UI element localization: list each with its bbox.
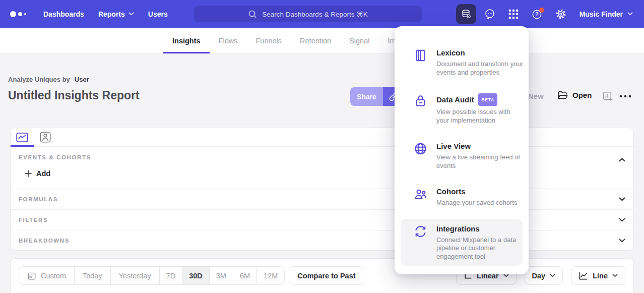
date-range-label: 12M xyxy=(264,272,278,280)
chart-type-dropdown[interactable]: Line xyxy=(571,266,625,285)
section-label-formulas: FORMULAS xyxy=(19,196,58,202)
date-range-today[interactable]: Today xyxy=(75,267,111,284)
menu-item-integrations[interactable]: Integrations Connect Mixpanel to a data … xyxy=(401,219,523,266)
date-range-yesterday[interactable]: Yesterday xyxy=(111,267,160,284)
menu-item-lexicon[interactable]: Lexicon Document and transform your even… xyxy=(395,43,529,82)
apps-grid-icon xyxy=(508,9,519,20)
chevron-down-icon xyxy=(550,274,555,277)
feedback-icon xyxy=(484,8,496,20)
date-range-label: 3M xyxy=(216,272,226,280)
search-icon xyxy=(248,10,257,19)
menu-item-text: Lexicon Document and transform your even… xyxy=(436,48,524,77)
date-range-6m[interactable]: 6M xyxy=(233,267,257,284)
analysis-context: Analyze Uniques byUser xyxy=(8,76,89,83)
date-range-label: Custom xyxy=(41,272,66,280)
chart-controls-panel: Custom Today Yesterday 7D 30D 3M 6M 12M … xyxy=(10,258,634,293)
date-range-controls: Custom Today Yesterday 7D 30D 3M 6M 12M … xyxy=(19,266,364,285)
tab-retention[interactable]: Retention xyxy=(291,28,340,53)
nav-item-dashboards[interactable]: Dashboards xyxy=(36,0,91,28)
section-formulas[interactable]: FORMULAS xyxy=(11,189,633,209)
nav-label: Dashboards xyxy=(43,10,84,18)
new-report-button[interactable]: New xyxy=(528,92,544,100)
project-switcher[interactable]: Music Finder xyxy=(579,10,637,18)
logo-dot xyxy=(18,12,22,16)
more-options-button[interactable] xyxy=(619,95,631,98)
menu-item-text: Data Audit BETA View possible issues wit… xyxy=(436,93,524,125)
menu-item-title: Live View xyxy=(436,141,471,151)
menu-item-description: Manage your saved cohorts xyxy=(436,199,524,207)
menu-item-data-audit[interactable]: Data Audit BETA View possible issues wit… xyxy=(395,88,529,130)
tab-funnels[interactable]: Funnels xyxy=(246,28,291,53)
more-options-icon xyxy=(619,95,631,98)
chevron-up-icon[interactable] xyxy=(619,158,625,162)
search-placeholder: Search Dashboards & Reports ⌘K xyxy=(262,10,367,18)
date-range-7d[interactable]: 7D xyxy=(160,267,183,284)
plus-icon xyxy=(25,170,32,177)
line-chart-tab-icon xyxy=(16,132,28,143)
compare-to-past-button[interactable]: Compare to Past xyxy=(289,266,364,285)
tab-insights[interactable]: Insights xyxy=(163,28,210,53)
data-management-icon xyxy=(461,9,472,20)
menu-item-title: Cohorts xyxy=(436,187,466,197)
feedback-button[interactable] xyxy=(480,4,500,24)
context-value-user[interactable]: User xyxy=(75,76,89,83)
menu-item-text: Cohorts Manage your saved cohorts xyxy=(436,187,524,207)
svg-text:?: ? xyxy=(535,11,538,17)
tab-events-mode[interactable] xyxy=(11,128,34,146)
apps-grid-button[interactable] xyxy=(503,4,524,24)
tab-flows[interactable]: Flows xyxy=(210,28,247,53)
date-range-custom[interactable]: Custom xyxy=(19,267,75,284)
report-title[interactable]: Untitled Insights Report xyxy=(8,89,140,102)
logo-dot xyxy=(10,11,16,17)
data-audit-icon xyxy=(414,93,428,125)
chevron-down-icon xyxy=(619,197,625,201)
menu-item-text: Integrations Connect Mixpanel to a data … xyxy=(436,224,524,261)
logo-dot xyxy=(24,13,26,15)
share-button[interactable]: Share xyxy=(350,87,383,106)
section-label-breakdowns: BREAKDOWNS xyxy=(19,238,70,244)
date-range-3m[interactable]: 3M xyxy=(210,267,233,284)
add-to-dashboard-button[interactable] xyxy=(603,91,613,102)
menu-item-text: Live View View a live streaming feed of … xyxy=(436,141,524,170)
chart-type-value: Line xyxy=(593,272,608,280)
section-filters[interactable]: FILTERS xyxy=(11,209,633,230)
data-management-dropdown: Lexicon Document and transform your even… xyxy=(395,26,529,274)
date-range-label: 6M xyxy=(240,272,250,280)
project-name: Music Finder xyxy=(579,10,623,18)
section-breakdowns[interactable]: BREAKDOWNS xyxy=(11,230,633,251)
menu-item-description: View a live streaming feed of events xyxy=(436,153,524,170)
section-events-cohorts[interactable]: EVENTS & COHORTS Add xyxy=(11,147,633,189)
help-button[interactable]: ? xyxy=(527,4,547,24)
nav-item-reports[interactable]: Reports xyxy=(91,0,141,28)
search-input[interactable]: Search Dashboards & Reports ⌘K xyxy=(194,6,422,22)
date-range-label: Today xyxy=(83,272,102,280)
date-range-segmented-control: Custom Today Yesterday 7D 30D 3M 6M 12M xyxy=(19,266,285,285)
date-range-label: 30D xyxy=(189,272,203,280)
nav-item-users[interactable]: Users xyxy=(141,0,175,28)
topbar-actions: ? Music Finder xyxy=(456,0,637,28)
data-management-button[interactable] xyxy=(456,4,476,24)
open-report-button[interactable]: Open xyxy=(557,90,592,100)
menu-item-cohorts[interactable]: Cohorts Manage your saved cohorts xyxy=(395,182,529,212)
tab-profiles-mode[interactable] xyxy=(34,128,57,146)
line-chart-icon xyxy=(578,271,588,280)
date-range-30d[interactable]: 30D xyxy=(182,267,210,284)
chevron-down-icon xyxy=(612,274,618,277)
add-event-button[interactable]: Add xyxy=(25,169,50,178)
granularity-value: Day xyxy=(532,272,546,280)
granularity-dropdown[interactable]: Day xyxy=(525,266,563,285)
tab-signal[interactable]: Signal xyxy=(340,28,378,53)
user-profile-tab-icon xyxy=(40,132,51,143)
date-range-12m[interactable]: 12M xyxy=(257,267,284,284)
section-label-filters: FILTERS xyxy=(19,217,48,223)
integrations-icon xyxy=(414,224,428,261)
mixpanel-logo[interactable] xyxy=(10,11,31,17)
menu-item-live-view[interactable]: Live View View a live streaming feed of … xyxy=(395,136,529,175)
top-navigation-bar: Dashboards Reports Users Search Dashboar… xyxy=(0,0,644,28)
context-label: Analyze Uniques by xyxy=(8,76,70,83)
chevron-down-icon xyxy=(128,12,134,16)
settings-button[interactable] xyxy=(551,4,571,24)
nav-label: Reports xyxy=(98,10,125,18)
nav-label: Users xyxy=(148,10,168,18)
menu-item-description: Connect Mixpanel to a data pipeline or c… xyxy=(436,236,524,261)
